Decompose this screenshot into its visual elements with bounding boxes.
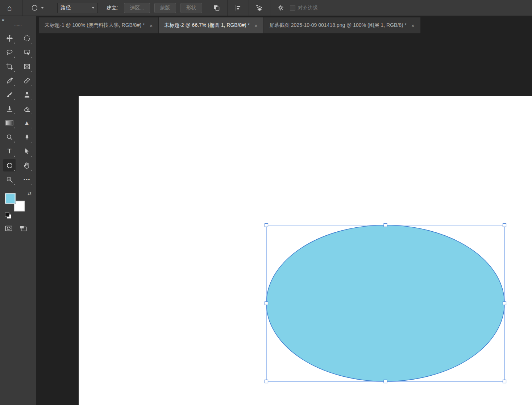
lasso-icon [6,49,13,56]
handle-top-center[interactable] [384,224,387,227]
toolbar-grip[interactable]: •••••• [0,24,36,26]
make-mask-button[interactable]: 蒙版 [154,3,176,13]
canvas-svg [79,96,532,405]
type-tool-button[interactable]: T [3,145,16,157]
clone-stamp-icon [23,91,31,99]
separator [52,0,52,16]
type-tool-icon: T [8,148,12,154]
dodge-icon [6,133,13,141]
handle-bottom-left[interactable] [265,380,268,383]
healing-patch-tool-button[interactable] [21,74,33,87]
tab-close-icon[interactable]: × [254,22,258,29]
gradient-tool-button[interactable] [3,117,16,129]
canvas[interactable] [79,96,532,405]
home-button[interactable]: ⌂ [0,0,19,16]
handle-middle-right[interactable] [503,302,506,305]
separator [270,0,270,16]
mixer-brush-icon [6,105,13,113]
pen-icon [23,133,31,141]
frame-tool-button[interactable] [21,60,33,73]
toolbar-collapse-button[interactable]: « [2,17,4,22]
path-selection-icon [23,148,31,155]
more-options-icon: ⋯ [23,176,30,183]
chevron-down-icon [92,7,95,9]
chevron-down-icon [41,7,44,9]
separator [206,0,206,16]
checkbox-box [290,5,295,11]
eraser-tool-button[interactable] [21,103,33,115]
tools-sidebar: « •••••• [0,16,36,405]
lasso-tool-button[interactable] [3,46,16,58]
color-swatches: ⇄ [5,191,31,217]
crop-icon [6,63,13,70]
handle-bottom-right[interactable] [503,380,506,383]
eyedropper-tool-button[interactable] [3,74,16,87]
path-arrangement-icon [255,4,263,12]
object-selection-tool-button[interactable] [21,46,33,58]
zoom-tool-button[interactable] [3,173,16,186]
make-label: 建立: [107,5,118,11]
default-colors-icon[interactable] [5,212,11,218]
tab-screenshot[interactable]: 屏幕截图 2025-10-09 001418.png @ 100% (图层 1,… [264,17,421,33]
foreground-color-swatch[interactable] [5,193,16,204]
separator [22,0,23,16]
swatch-svg [5,191,27,214]
edit-toolbar-button[interactable]: ⋯ [21,173,33,186]
tab-title: 未标题-1 @ 100% (澳門科技大學, RGB/8#) * [45,22,145,29]
eyedropper-icon [6,77,13,84]
path-alignment-button[interactable] [231,0,245,16]
pasteboard[interactable] [36,33,532,405]
tool-grid: ▲ T [0,32,36,186]
move-tool-button[interactable] [3,32,16,44]
align-edges-label: 对齐边缘 [298,5,318,11]
path-selection-tool-button[interactable] [21,145,33,157]
tool-mode-value: 路径 [61,5,71,11]
healing-patch-icon [23,77,31,84]
screen-mode-button[interactable] [19,224,28,233]
ellipse-shape[interactable] [266,225,504,381]
move-tool-icon [6,34,13,42]
brush-tool-button[interactable] [3,88,16,101]
current-tool-button[interactable] [26,0,48,16]
pen-tool-button[interactable] [21,131,33,143]
tool-options-gear-button[interactable] [274,0,288,16]
sharpen-tool-button[interactable]: ▲ [21,117,33,129]
home-icon: ⌂ [7,4,12,12]
ellipse-tool-button[interactable] [3,159,16,171]
zoom-icon [6,176,13,183]
hand-icon [23,162,31,169]
gear-icon [277,4,284,12]
elliptical-marquee-icon [23,34,31,42]
ellipse-tool-icon [6,162,13,169]
mixer-brush-tool-button[interactable] [3,103,16,115]
path-operations-button[interactable] [210,0,224,16]
document-tab-bar: 未标题-1 @ 100% (澳門科技大學, RGB/8#) * × 未标题-2 … [36,16,532,33]
handle-bottom-center[interactable] [384,380,387,383]
options-bar: ⌂ 路径 建立: 选区... 蒙版 形状 [0,0,532,16]
path-operations-icon [213,4,220,12]
tab-untitled-1[interactable]: 未标题-1 @ 100% (澳門科技大學, RGB/8#) * × [39,17,159,33]
make-shape-button[interactable]: 形状 [180,3,202,13]
gradient-icon [5,120,13,125]
tab-close-icon[interactable]: × [411,22,415,29]
swap-colors-icon[interactable]: ⇄ [28,191,32,196]
brush-icon [6,91,13,99]
path-arrangement-button[interactable] [253,0,266,16]
path-alignment-icon [234,4,242,12]
handle-top-left[interactable] [265,224,268,227]
tool-mode-select[interactable]: 路径 [57,3,98,13]
elliptical-marquee-tool-button[interactable] [21,32,33,44]
object-selection-icon [23,49,31,56]
hand-tool-button[interactable] [21,159,33,171]
align-edges-checkbox[interactable]: 对齐边缘 [290,5,318,11]
tab-close-icon[interactable]: × [149,22,153,29]
handle-middle-left[interactable] [265,302,268,305]
ellipse-tool-icon [31,4,38,12]
make-selection-button[interactable]: 选区... [124,3,150,13]
handle-top-right[interactable] [503,224,506,227]
dodge-tool-button[interactable] [3,131,16,143]
quick-mask-button[interactable] [4,224,13,233]
clone-stamp-tool-button[interactable] [21,88,33,101]
tab-untitled-2[interactable]: 未标题-2 @ 66.7% (椭圆 1, RGB/8#) * × [159,17,264,33]
crop-tool-button[interactable] [3,60,16,73]
